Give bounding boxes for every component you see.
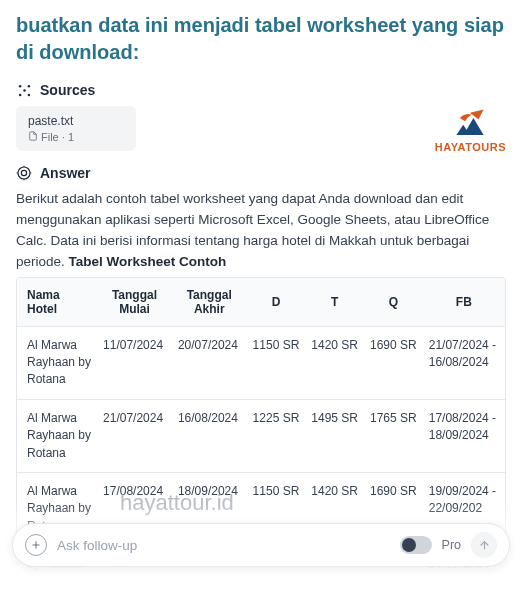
pro-toggle[interactable] <box>400 536 432 554</box>
logo-icon <box>453 106 487 140</box>
followup-bar: Pro <box>12 523 510 567</box>
th-t: T <box>305 278 364 327</box>
source-file-card[interactable]: paste.txt File · 1 <box>16 106 136 151</box>
page-title: buatkan data ini menjadi tabel worksheet… <box>16 12 506 66</box>
svg-point-5 <box>18 167 30 179</box>
th-fb: FB <box>423 278 505 327</box>
svg-point-4 <box>23 89 26 92</box>
th-tanggal-akhir: Tanggal Akhir <box>172 278 247 327</box>
followup-input[interactable] <box>57 538 390 553</box>
logo-text: HAYATOURS <box>435 141 506 153</box>
add-attachment-button[interactable] <box>25 534 47 556</box>
table-row: Al Marwa Rayhaan by Rotana21/07/202416/0… <box>17 399 505 472</box>
th-q: Q <box>364 278 423 327</box>
answer-text: Berikut adalah contoh tabel worksheet ya… <box>16 189 506 273</box>
source-filename: paste.txt <box>28 114 124 128</box>
sources-icon <box>16 82 32 98</box>
pro-label: Pro <box>442 538 461 552</box>
sources-section: Sources paste.txt File · 1 HAYATOURS <box>16 82 506 153</box>
brand-logo: HAYATOURS <box>435 106 506 153</box>
table-header-row: Nama Hotel Tanggal Mulai Tanggal Akhir D… <box>17 278 505 327</box>
answer-icon <box>16 165 32 181</box>
answer-label: Answer <box>40 165 91 181</box>
svg-point-2 <box>18 93 21 96</box>
send-button[interactable] <box>471 532 497 558</box>
source-meta: File · 1 <box>41 131 74 143</box>
sources-label: Sources <box>40 82 95 98</box>
th-nama-hotel: Nama Hotel <box>17 278 97 327</box>
file-icon <box>28 131 38 143</box>
th-tanggal-mulai: Tanggal Mulai <box>97 278 172 327</box>
svg-point-0 <box>18 84 21 87</box>
svg-point-6 <box>21 170 26 175</box>
svg-point-3 <box>27 93 30 96</box>
th-d: D <box>247 278 306 327</box>
svg-point-1 <box>27 84 30 87</box>
answer-section: Answer Berikut adalah contoh tabel works… <box>16 165 506 585</box>
table-row: Al Marwa Rayhaan by Rotana11/07/202420/0… <box>17 326 505 399</box>
